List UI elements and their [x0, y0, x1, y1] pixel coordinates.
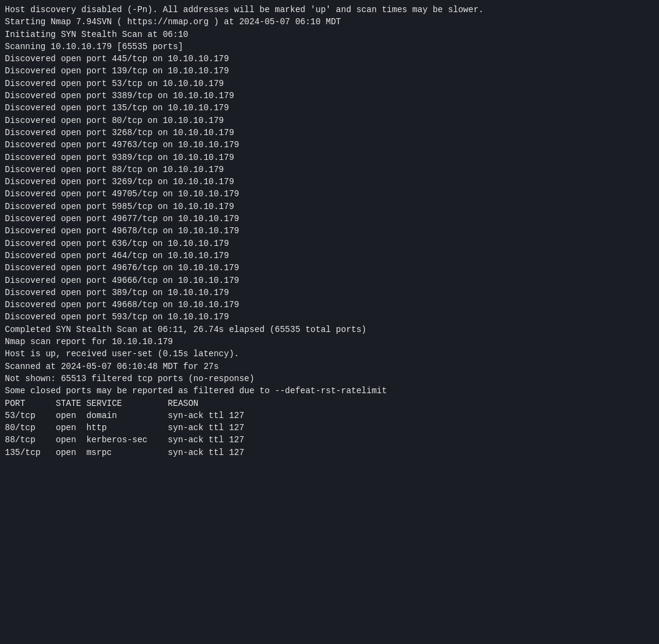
terminal-line: Discovered open port 49676/tcp on 10.10.… [5, 262, 654, 274]
terminal-output: Host discovery disabled (-Pn). All addre… [5, 4, 654, 459]
terminal-line: Nmap scan report for 10.10.10.179 [5, 336, 654, 348]
terminal-line: Scanned at 2024-05-07 06:10:48 MDT for 2… [5, 360, 654, 373]
terminal-line: Scanning 10.10.10.179 [65535 ports] [5, 41, 654, 53]
terminal-line: Discovered open port 5985/tcp on 10.10.1… [5, 201, 654, 213]
terminal-line: 135/tcp open msrpc syn-ack ttl 127 [5, 446, 654, 459]
terminal-line: Discovered open port 88/tcp on 10.10.10.… [5, 164, 654, 176]
terminal-line: Discovered open port 49705/tcp on 10.10.… [5, 188, 654, 200]
terminal-line: Discovered open port 53/tcp on 10.10.10.… [5, 78, 654, 90]
terminal-line: Discovered open port 49677/tcp on 10.10.… [5, 213, 654, 225]
terminal-line: Discovered open port 9389/tcp on 10.10.1… [5, 151, 654, 164]
terminal-line: Discovered open port 3389/tcp on 10.10.1… [5, 90, 654, 102]
terminal-line: Discovered open port 80/tcp on 10.10.10.… [5, 115, 654, 127]
terminal-line: 88/tcp open kerberos-sec syn-ack ttl 127 [5, 434, 654, 446]
terminal-line: Discovered open port 49678/tcp on 10.10.… [5, 225, 654, 237]
terminal-line: 80/tcp open http syn-ack ttl 127 [5, 422, 654, 434]
terminal-line: Discovered open port 49763/tcp on 10.10.… [5, 139, 654, 151]
terminal-line: Discovered open port 49666/tcp on 10.10.… [5, 274, 654, 287]
terminal-line: Initiating SYN Stealth Scan at 06:10 [5, 28, 654, 41]
terminal-line: Completed SYN Stealth Scan at 06:11, 26.… [5, 324, 654, 336]
terminal-line: Discovered open port 3268/tcp on 10.10.1… [5, 127, 654, 139]
terminal-line: Discovered open port 445/tcp on 10.10.10… [5, 53, 654, 65]
terminal-line: Host is up, received user-set (0.15s lat… [5, 348, 654, 360]
terminal-line: Discovered open port 389/tcp on 10.10.10… [5, 287, 654, 299]
terminal-line: Discovered open port 139/tcp on 10.10.10… [5, 65, 654, 77]
terminal-line: Discovered open port 3269/tcp on 10.10.1… [5, 176, 654, 188]
terminal-line: Discovered open port 49668/tcp on 10.10.… [5, 299, 654, 311]
terminal-line: 53/tcp open domain syn-ack ttl 127 [5, 410, 654, 422]
terminal-line: Discovered open port 135/tcp on 10.10.10… [5, 102, 654, 114]
terminal-line: Starting Nmap 7.94SVN ( https://nmap.org… [5, 16, 654, 28]
terminal-line: Discovered open port 464/tcp on 10.10.10… [5, 250, 654, 262]
terminal-line: Discovered open port 593/tcp on 10.10.10… [5, 311, 654, 323]
terminal-line: Host discovery disabled (-Pn). All addre… [5, 4, 654, 16]
terminal-line: Some closed ports may be reported as fil… [5, 385, 654, 397]
terminal-line: Not shown: 65513 filtered tcp ports (no-… [5, 373, 654, 385]
terminal-line: Discovered open port 636/tcp on 10.10.10… [5, 237, 654, 250]
terminal-line: PORT STATE SERVICE REASON [5, 397, 654, 410]
